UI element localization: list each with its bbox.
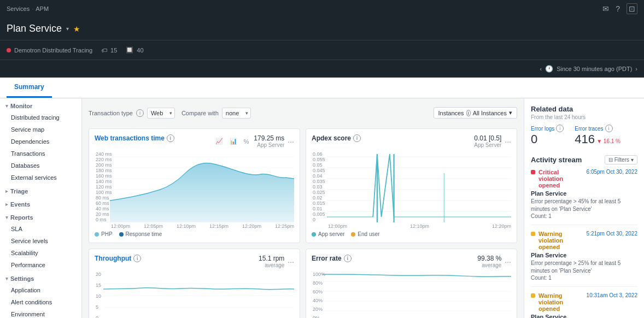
throughput-y-labels: 20151050 xyxy=(95,272,102,318)
throughput-title: Throughput i xyxy=(95,255,141,262)
error-rate-source: average xyxy=(477,262,501,268)
apdex-info-icon[interactable]: i xyxy=(353,134,361,142)
error-rate-chart: Error rate i 99.38 % average ··· 100%80%… xyxy=(306,249,517,318)
error-logs-value: 0 xyxy=(531,132,564,146)
error-traces-change: ▼ 16.1 % xyxy=(596,138,620,144)
error-rate-title: Error rate i xyxy=(312,255,352,262)
activity-3-service: Plan Service xyxy=(531,314,637,318)
throughput-menu-icon[interactable]: ··· xyxy=(288,257,294,266)
filters-caret-icon: ▾ xyxy=(631,157,634,163)
related-data-title: Related data xyxy=(531,105,637,113)
sidebar-section-settings[interactable]: ▾ Settings xyxy=(0,271,81,284)
sidebar-section-reports[interactable]: ▾ Reports xyxy=(0,210,81,223)
sidebar-item-distributed-tracing[interactable]: Distributed tracing xyxy=(0,111,81,123)
reports-chevron-icon: ▾ xyxy=(5,215,8,220)
activity-3-label: Warning violation opened xyxy=(538,292,583,312)
id-icon: 🔲 xyxy=(126,46,133,54)
compare-with-select[interactable]: none xyxy=(222,108,251,119)
sidebar-item-application[interactable]: Application xyxy=(0,284,81,296)
sidebar-item-sla[interactable]: SLA xyxy=(0,223,81,235)
activity-2-service: Plan Service xyxy=(531,252,637,258)
breadcrumb-services[interactable]: Services xyxy=(7,5,30,12)
web-transactions-chart: Web transactions time i 📈 📊 % 179.25 ms … xyxy=(89,128,300,243)
instances-info-icon: i xyxy=(466,110,471,116)
throughput-info-icon[interactable]: i xyxy=(133,255,141,262)
error-rate-info-icon[interactable]: i xyxy=(344,255,352,262)
transaction-type-info-icon[interactable]: i xyxy=(136,109,144,117)
breadcrumb-bar: Services · APM ✉ ? ⊡ xyxy=(0,0,644,17)
apdex-menu-icon[interactable]: ··· xyxy=(505,137,511,146)
settings-chevron-icon: ▾ xyxy=(5,276,8,281)
error-traces-info-icon[interactable]: i xyxy=(605,125,613,132)
activity-header: Activity stream ⊟ Filters ▾ xyxy=(531,155,637,164)
sidebar-item-transactions[interactable]: Transactions xyxy=(0,148,81,160)
transaction-type-label: Transaction type xyxy=(89,110,133,116)
monitor-label: Monitor xyxy=(10,103,32,109)
activity-item-1: Critical violation opened 6:05pm Oct 30,… xyxy=(531,169,637,225)
sidebar-section-events[interactable]: ▸ Events xyxy=(0,197,81,210)
charts-row-top: Web transactions time i 📈 📊 % 179.25 ms … xyxy=(89,128,517,243)
sidebar-item-alert-conditions[interactable]: Alert conditions xyxy=(0,296,81,308)
web-transactions-y-labels: 240 ms220 ms200 ms180 ms160 ms140 ms120 … xyxy=(95,151,113,222)
sidebar-item-databases[interactable]: Databases xyxy=(0,160,81,172)
error-rate-menu-icon[interactable]: ··· xyxy=(505,257,511,266)
activity-filters-button[interactable]: ⊟ Filters ▾ xyxy=(605,155,637,164)
apdex-title: Apdex score i xyxy=(312,134,361,142)
bar-chart-icon[interactable]: 📊 xyxy=(228,137,239,146)
apdex-source: App Server xyxy=(474,142,501,148)
sidebar-section-monitor[interactable]: ▾ Monitor xyxy=(0,98,81,111)
throughput-value: 15.1 rpm xyxy=(259,255,284,262)
time-bar: ‹ 🕐 Since 30 minutes ago (PDT) › xyxy=(0,60,644,78)
apdex-y-labels: 0.060.0550.050.0450.040.0350.030.0250.02… xyxy=(312,151,326,222)
favorite-star-icon[interactable]: ★ xyxy=(73,25,80,33)
sidebar-item-scalability[interactable]: Scalability xyxy=(0,247,81,259)
error-logs-label: Error logs xyxy=(531,126,554,132)
tab-summary[interactable]: Summary xyxy=(7,78,52,98)
web-transactions-legend: PHP Response time xyxy=(95,231,294,237)
sidebar-item-performance[interactable]: Performance xyxy=(0,259,81,271)
apdex-x-labels: 12:00pm12:10pm12:20pm xyxy=(312,223,511,229)
instances-button[interactable]: Instances i All Instances ▾ xyxy=(434,107,517,119)
transaction-type-select[interactable]: Web xyxy=(147,108,175,119)
activity-stream-title: Activity stream xyxy=(531,156,582,164)
title-caret-icon[interactable]: ▾ xyxy=(66,26,69,32)
sidebar-item-service-levels[interactable]: Service levels xyxy=(0,235,81,247)
error-logs-metric: Error logs i 0 xyxy=(531,125,564,146)
error-traces-value: 416 ▼ 16.1 % xyxy=(575,132,620,146)
activity-1-desc: Error percentage > 45% for at least 5 mi… xyxy=(531,198,637,213)
mail-icon[interactable]: ✉ xyxy=(602,4,609,13)
web-transactions-x-labels: 12:00pm12:05pm12:10pm12:15pm12:20pm12:25… xyxy=(95,223,294,229)
breadcrumb-apm[interactable]: APM xyxy=(36,5,49,12)
sidebar-item-external-services[interactable]: External services xyxy=(0,172,81,184)
line-chart-icon[interactable]: 📈 xyxy=(214,137,225,146)
activity-3-time[interactable]: 10:31am Oct 3, 2022 xyxy=(587,292,637,298)
error-logs-info-icon[interactable]: i xyxy=(556,125,564,132)
time-arrow-right[interactable]: › xyxy=(635,66,637,72)
time-since: Since 30 minutes ago (PDT) xyxy=(557,66,632,72)
main-layout: ▾ Monitor Distributed tracing Service ma… xyxy=(0,98,644,318)
activity-1-time[interactable]: 6:05pm Oct 30, 2022 xyxy=(587,169,637,175)
web-transactions-info-icon[interactable]: i xyxy=(167,134,174,142)
sidebar-section-triage[interactable]: ▸ Triage xyxy=(0,184,81,197)
sidebar-item-environment[interactable]: Environment xyxy=(0,308,81,318)
entity-bar: Demotron Distributed Tracing 🏷 15 🔲 40 xyxy=(0,40,644,60)
web-transactions-menu-icon[interactable]: ··· xyxy=(288,137,294,146)
time-arrow-left[interactable]: ‹ xyxy=(540,66,542,72)
activity-item-3: Warning violation opened 10:31am Oct 3, … xyxy=(531,292,637,318)
apdex-svg xyxy=(327,151,511,222)
sidebar-item-service-map[interactable]: Service map xyxy=(0,123,81,136)
sidebar-item-dependencies[interactable]: Dependencies xyxy=(0,136,81,148)
activity-2-time[interactable]: 5:21pm Oct 30, 2022 xyxy=(587,231,637,237)
sidebar: ▾ Monitor Distributed tracing Service ma… xyxy=(0,98,82,318)
activity-1-service: Plan Service xyxy=(531,190,637,197)
web-transactions-source: App Server xyxy=(254,142,284,148)
events-label: Events xyxy=(10,201,30,208)
activity-1-count: Count: 1 xyxy=(531,213,637,219)
help-icon[interactable]: ? xyxy=(616,4,620,13)
main-content: Transaction type i Web Compare with none… xyxy=(82,98,524,318)
filter-icon: ⊟ xyxy=(608,157,613,163)
charts-row-bottom: Throughput i 15.1 rpm average ··· 201510… xyxy=(89,249,517,318)
entity-tags: 15 xyxy=(110,47,117,54)
percent-chart-icon[interactable]: % xyxy=(242,137,251,146)
screenshot-icon[interactable]: ⊡ xyxy=(627,3,637,14)
